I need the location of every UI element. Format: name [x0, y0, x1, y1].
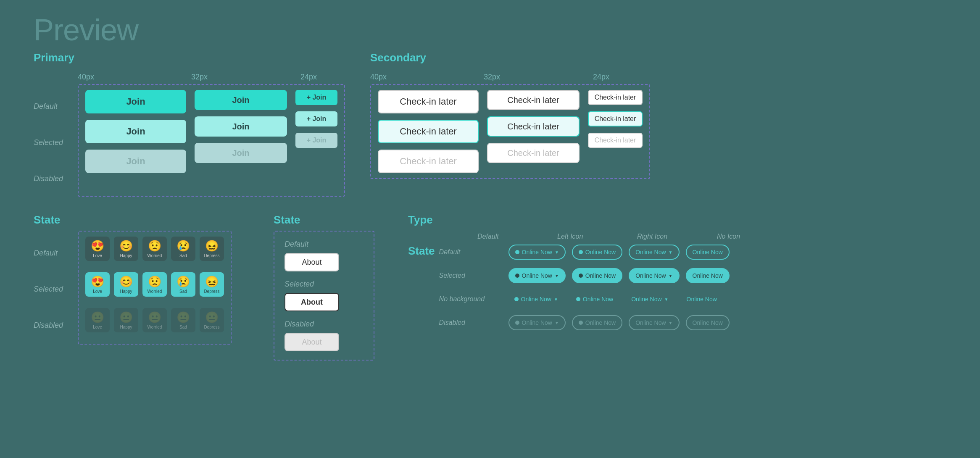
primary-size-40: 40px: [78, 73, 191, 82]
btn-check-40-default[interactable]: Check-in later: [378, 90, 479, 113]
emoji-depress-default[interactable]: 😖Depress: [200, 237, 224, 261]
btn-join-32-selected[interactable]: Join: [195, 116, 287, 137]
online-dot-default: [515, 250, 519, 254]
secondary-size-40: 40px: [370, 73, 484, 82]
btn-check-32-selected[interactable]: Check-in later: [487, 116, 580, 137]
state-title-online: State: [408, 245, 435, 258]
emoji-happy-disabled: 😐Happy: [114, 308, 138, 332]
emoji-row-default: 😍Love 😊Happy 😟Worried 😢Sad 😖Depress: [85, 237, 224, 261]
emoji-row-disabled: 😐Love 😐Happy 😐Worried 😐Sad 😐Depress: [85, 308, 224, 332]
online-state-default: Default: [439, 248, 502, 256]
type-title: Type: [408, 213, 946, 226]
btn-online-nobg-right[interactable]: Online Now ▼: [625, 292, 674, 307]
emoji-state-selected: Selected: [34, 271, 74, 307]
online-state-disabled: Disabled: [439, 319, 502, 326]
btn-online-nobg-left[interactable]: Online Now: [570, 292, 619, 307]
secondary-title: Secondary: [370, 51, 650, 64]
type-col-left-icon: Left Icon: [557, 233, 637, 240]
btn-check-32-default[interactable]: Check-in later: [487, 90, 580, 110]
emoji-depress-disabled: 😐Depress: [200, 308, 224, 332]
primary-size-24: 24px: [300, 73, 317, 82]
secondary-section: Secondary 40px 32px 24px Check-in later …: [370, 51, 650, 197]
btn-check-24-disabled: Check-in later: [588, 133, 643, 148]
emoji-love-selected[interactable]: 😍Love: [85, 272, 110, 297]
type-col-default: Default: [477, 233, 557, 240]
btn-online-default-noicon[interactable]: Online Now: [686, 245, 730, 260]
btn-about-disabled: About: [285, 333, 339, 351]
btn-join-40-default[interactable]: Join: [85, 90, 186, 113]
btn-join-24-default[interactable]: + Join: [295, 90, 337, 105]
btn-online-nobg-default[interactable]: Online Now ▼: [508, 292, 564, 307]
page-title: Preview: [0, 0, 980, 51]
state-label-selected-p: Selected: [34, 124, 74, 161]
btn-about-selected[interactable]: About: [285, 293, 339, 311]
btn-online-disabled-right: Online Now ▼: [629, 315, 679, 330]
primary-section: Primary 40px 32px 24px Default Selected …: [34, 51, 345, 197]
state-title-about: State: [274, 213, 374, 226]
secondary-size-32: 32px: [484, 73, 593, 82]
btn-online-default-default[interactable]: Online Now ▼: [508, 245, 566, 260]
online-dot-nobg-left: [576, 297, 580, 301]
emoji-worried-selected[interactable]: 😟Worried: [142, 272, 167, 297]
emoji-state-section: State Default Selected Disabled 😍Love 😊H…: [34, 213, 232, 345]
emoji-love-disabled: 😐Love: [85, 308, 110, 332]
btn-about-default[interactable]: About: [285, 253, 339, 271]
btn-online-default-left[interactable]: Online Now: [572, 245, 622, 260]
primary-title: Primary: [34, 51, 345, 64]
emoji-sad-disabled: 😐Sad: [171, 308, 195, 332]
online-dot-disabled-left: [579, 321, 583, 325]
about-selected-label: Selected: [285, 280, 364, 289]
type-col-right-icon: Right Icon: [637, 233, 717, 240]
emoji-sad-selected[interactable]: 😢Sad: [171, 272, 195, 297]
btn-online-nobg-noicon[interactable]: Online Now: [681, 292, 723, 307]
emoji-love-default[interactable]: 😍Love: [85, 237, 110, 261]
online-state-selected: Selected: [439, 272, 502, 279]
btn-join-32-disabled: Join: [195, 143, 287, 163]
online-state-nobg: No background: [439, 295, 502, 303]
btn-check-40-selected[interactable]: Check-in later: [378, 120, 479, 143]
about-default-group: Default About: [285, 240, 364, 271]
emoji-happy-default[interactable]: 😊Happy: [114, 237, 138, 261]
btn-online-disabled-left: Online Now: [572, 315, 622, 330]
emoji-row-selected: 😍Love 😊Happy 😟Worried 😢Sad 😖Depress: [85, 272, 224, 297]
btn-check-40-disabled: Check-in later: [378, 150, 479, 173]
btn-join-32-default[interactable]: Join: [195, 90, 287, 110]
emoji-sad-default[interactable]: 😢Sad: [171, 237, 195, 261]
btn-check-24-selected[interactable]: Check-in later: [588, 111, 643, 126]
emoji-worried-disabled: 😐Worried: [142, 308, 167, 332]
about-disabled-label: Disabled: [285, 320, 364, 329]
emoji-state-default: Default: [34, 235, 74, 271]
about-selected-group: Selected About: [285, 280, 364, 311]
state-label-default-p: Default: [34, 88, 74, 124]
btn-online-selected-default[interactable]: Online Now ▼: [508, 268, 566, 283]
btn-online-selected-left[interactable]: Online Now: [572, 268, 622, 283]
btn-check-32-disabled: Check-in later: [487, 143, 580, 163]
btn-check-24-default[interactable]: Check-in later: [588, 90, 643, 105]
about-disabled-group: Disabled About: [285, 320, 364, 351]
primary-size-32: 32px: [191, 73, 300, 82]
btn-online-disabled-noicon: Online Now: [686, 315, 730, 330]
emoji-state-disabled: Disabled: [34, 307, 74, 343]
online-dot-selected-left: [579, 274, 583, 278]
online-dot-left: [579, 250, 583, 254]
btn-join-24-disabled: + Join: [295, 133, 337, 148]
secondary-size-24: 24px: [593, 73, 609, 82]
btn-online-default-right[interactable]: Online Now ▼: [629, 245, 679, 260]
emoji-happy-selected[interactable]: 😊Happy: [114, 272, 138, 297]
online-dot-disabled: [515, 321, 519, 325]
emoji-depress-selected[interactable]: 😖Depress: [200, 272, 224, 297]
btn-join-40-disabled: Join: [85, 150, 186, 173]
emoji-worried-default[interactable]: 😟Worried: [142, 237, 167, 261]
btn-join-40-selected[interactable]: Join: [85, 120, 186, 143]
about-default-label: Default: [285, 240, 364, 249]
type-col-no-icon: No Icon: [717, 233, 793, 240]
btn-join-24-selected[interactable]: + Join: [295, 111, 337, 126]
state-title-emoji: State: [34, 213, 232, 226]
online-dot-nobg: [514, 297, 519, 301]
btn-online-selected-right[interactable]: Online Now ▼: [629, 268, 679, 283]
type-section: Type Default Left Icon Right Icon No Ico…: [408, 213, 946, 330]
btn-online-selected-noicon[interactable]: Online Now: [686, 268, 730, 283]
state-label-disabled-p: Disabled: [34, 161, 74, 197]
online-dot-selected: [515, 274, 519, 278]
btn-online-disabled-default: Online Now ▼: [508, 315, 566, 330]
